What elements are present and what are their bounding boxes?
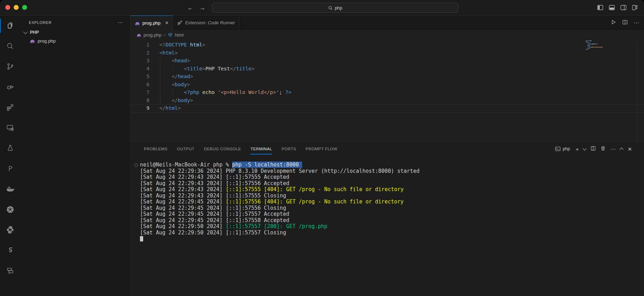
chevron-down-icon <box>23 30 28 34</box>
prompt-flow-icon[interactable] <box>0 158 20 179</box>
file-label: prog.php <box>38 38 56 44</box>
more-actions-icon[interactable]: ⋯ <box>634 20 639 25</box>
terminal-line: [Sat Aug 24 22:29:36 2024] PHP 8.3.10 De… <box>140 168 640 175</box>
source-control-icon[interactable] <box>0 56 20 77</box>
run-code-icon[interactable] <box>611 19 616 26</box>
breadcrumb-symbol[interactable]: html <box>175 32 184 38</box>
terminal-icon <box>555 146 561 152</box>
terminal-line: [Sat Aug 24 22:29:43 2024] [::1]:57556 A… <box>140 181 640 187</box>
code-line-1[interactable]: 1<!DOCTYPE html> <box>130 41 644 49</box>
explorer-icon[interactable] <box>0 15 20 36</box>
breadcrumb-file[interactable]: prog.php <box>144 32 161 38</box>
line-content: </html> <box>159 104 181 112</box>
tab-ports[interactable]: PORTS <box>282 141 296 156</box>
testing-icon[interactable] <box>0 138 20 158</box>
tab-extension-code-runner[interactable]: Extension: Code Runner <box>173 15 240 30</box>
python-icon[interactable] <box>0 220 20 240</box>
editor-scrollbar-rule <box>637 43 638 141</box>
tab-bar: prog.php ✕ Extension: Code Runner ⋯ <box>130 15 644 30</box>
new-terminal-icon[interactable]: + <box>576 146 579 152</box>
line-content: </body> <box>159 96 193 105</box>
customize-layout-icon[interactable] <box>632 5 638 10</box>
tab-label: prog.php <box>142 20 160 26</box>
code-line-5[interactable]: 5 </head> <box>130 73 644 81</box>
folder-row-php[interactable]: PHP <box>20 28 130 37</box>
line-number: 9 <box>130 104 149 112</box>
code-line-9[interactable]: 9</html> <box>130 104 644 112</box>
toggle-primary-sidebar-icon[interactable] <box>597 5 603 10</box>
toggle-panel-icon[interactable] <box>609 5 615 10</box>
tab-debug-console[interactable]: DEBUG CONSOLE <box>204 141 241 156</box>
code-line-2[interactable]: 2<html> <box>130 49 644 57</box>
command-center-search[interactable]: php <box>212 3 458 13</box>
terminal-line: [Sat Aug 24 22:29:43 2024] [::1]:57555 C… <box>140 193 640 199</box>
close-tab-icon[interactable]: ✕ <box>165 20 168 25</box>
panel-header: PROBLEMS OUTPUT DEBUG CONSOLE TERMINAL P… <box>130 141 644 156</box>
breadcrumb: prog.php › html <box>130 30 644 40</box>
s-extension-icon[interactable] <box>0 240 20 260</box>
tab-prog-php[interactable]: prog.php ✕ <box>130 15 173 30</box>
close-panel-icon[interactable]: ✕ <box>627 146 632 152</box>
shell-name: php <box>563 146 570 151</box>
titlebar: ← → php <box>0 0 644 15</box>
terminal-line: [Sat Aug 24 22:29:45 2024] [::1]:57557 A… <box>140 211 640 218</box>
php-file-icon <box>135 20 140 26</box>
line-number: 7 <box>130 88 149 96</box>
tab-label: Extension: Code Runner <box>185 20 235 25</box>
code-line-7[interactable]: 7 <?php echo '<p>Hello World</p>'; ?> <box>130 88 644 96</box>
file-row-prog-php[interactable]: prog.php <box>20 37 130 45</box>
line-number: 5 <box>130 73 149 81</box>
php-file-icon <box>30 38 35 44</box>
minimize-window-button[interactable] <box>14 5 19 10</box>
minimap[interactable] <box>586 40 607 50</box>
zoom-window-button[interactable] <box>22 5 27 10</box>
code-line-6[interactable]: 6 <body> <box>130 81 644 89</box>
kubernetes-icon[interactable] <box>0 199 20 220</box>
line-number: 2 <box>130 49 149 57</box>
run-and-debug-icon[interactable] <box>0 77 20 97</box>
docker-icon[interactable] <box>0 179 20 199</box>
tab-terminal[interactable]: TERMINAL <box>250 141 272 156</box>
remote-explorer-icon[interactable] <box>0 118 20 138</box>
code-line-4[interactable]: 4 <title>PHP Test</title> <box>130 65 644 73</box>
tab-prompt-flow[interactable]: PROMPT FLOW <box>306 141 337 156</box>
terminal-line: [Sat Aug 24 22:29:43 2024] [::1]:57555 [… <box>140 187 640 193</box>
active-shell[interactable]: php <box>555 146 570 152</box>
launch-profile-chevron-icon[interactable] <box>583 146 587 150</box>
bottom-panel: PROBLEMS OUTPUT DEBUG CONSOLE TERMINAL P… <box>130 141 644 296</box>
split-editor-icon[interactable] <box>622 19 628 26</box>
line-content: <html> <box>159 49 178 57</box>
terminal-line: [Sat Aug 24 22:29:45 2024] [::1]:57556 C… <box>140 205 640 212</box>
sidebar-title: EXPLORER <box>29 20 52 25</box>
more-actions-icon[interactable]: ⋯ <box>610 146 616 152</box>
code-editor[interactable]: 1<!DOCTYPE html>2<html>3 <head>4 <title>… <box>130 40 644 141</box>
code-line-3[interactable]: 3 <head> <box>130 57 644 65</box>
code-line-8[interactable]: 8 </body> <box>130 96 644 105</box>
search-icon[interactable] <box>0 36 20 56</box>
maximize-panel-icon[interactable] <box>620 147 624 151</box>
line-content: <head> <box>159 57 190 65</box>
terminal-output[interactable]: neil@Neils-MacBook-Air php % php -S loca… <box>140 162 640 296</box>
comments-icon[interactable] <box>0 260 20 281</box>
tab-problems[interactable]: PROBLEMS <box>144 141 167 156</box>
sidebar-header: EXPLORER ⋯ <box>20 15 130 28</box>
line-content: <?php echo '<p>Hello World</p>'; ?> <box>159 88 291 96</box>
forward-arrow-icon[interactable]: → <box>199 5 205 11</box>
close-window-button[interactable] <box>5 5 10 10</box>
breadcrumb-separator: › <box>164 32 165 37</box>
line-number: 1 <box>130 41 149 49</box>
back-arrow-icon[interactable]: ← <box>187 5 193 11</box>
tab-output[interactable]: OUTPUT <box>177 141 195 156</box>
extensions-icon[interactable] <box>0 97 20 118</box>
line-content: <title>PHP Test</title> <box>159 65 255 73</box>
toggle-secondary-sidebar-icon[interactable] <box>620 5 626 10</box>
kill-terminal-icon[interactable] <box>600 146 606 152</box>
extension-icon <box>177 20 183 25</box>
line-number: 3 <box>130 57 149 65</box>
terminal-line: [Sat Aug 24 22:29:43 2024] [::1]:57555 A… <box>140 174 640 181</box>
code-lines: 1<!DOCTYPE html>2<html>3 <head>4 <title>… <box>130 41 644 112</box>
explorer-more-actions-icon[interactable]: ⋯ <box>117 21 123 24</box>
split-terminal-icon[interactable] <box>591 146 596 152</box>
layout-controls <box>597 0 638 15</box>
line-content: <body> <box>159 81 190 89</box>
